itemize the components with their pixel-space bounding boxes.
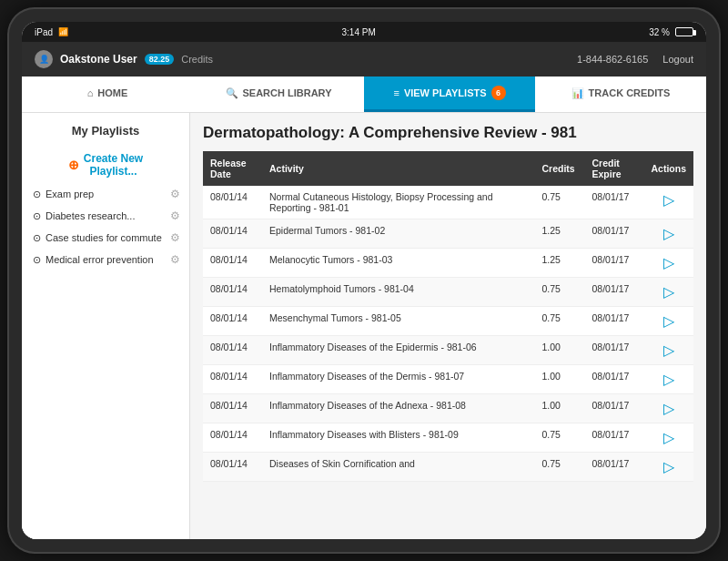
tab-search[interactable]: 🔍 SEARCH LIBRARY (193, 76, 364, 112)
cell-expire: 08/01/17 (584, 423, 643, 453)
credits-label: Credits (181, 54, 213, 65)
cell-date: 08/01/14 (203, 249, 262, 278)
tracks-table: Release Date Activity Credits Credit Exp… (203, 151, 693, 482)
content-area: Dermatopathology: A Comprehensive Review… (190, 113, 706, 539)
cell-activity: Inflammatory Diseases of the Epidermis -… (262, 336, 534, 365)
tab-search-label: SEARCH LIBRARY (243, 87, 332, 98)
col-header-credits: Credits (534, 151, 584, 186)
play-button[interactable]: ▷ (663, 372, 674, 387)
cell-activity: Diseases of Skin Cornification and (262, 453, 534, 482)
cell-expire: 08/01/17 (584, 394, 643, 423)
play-button[interactable]: ▷ (663, 459, 674, 474)
table-row: 08/01/14 Inflammatory Diseases of the Ep… (203, 336, 693, 365)
logout-button[interactable]: Logout (662, 54, 693, 65)
cell-credits: 1.00 (534, 394, 584, 423)
list-item[interactable]: ⊙ Medical error prevention ⚙ (22, 249, 189, 270)
table-row: 08/01/14 Mesenchymal Tumors - 981-05 0.7… (203, 307, 693, 336)
table-row: 08/01/14 Diseases of Skin Cornification … (203, 453, 693, 482)
table-row: 08/01/14 Melanocytic Tumors - 981-03 1.2… (203, 249, 693, 278)
cell-credits: 0.75 (534, 423, 584, 453)
main-content: My Playlists ⊕ Create NewPlaylist... ⊙ E… (22, 113, 706, 539)
tab-playlists-label: VIEW PLAYLISTS (404, 87, 487, 98)
play-button[interactable]: ▷ (663, 284, 674, 300)
search-icon: 🔍 (226, 87, 238, 99)
playlist-icon: ⊙ (33, 210, 41, 222)
create-playlist-label: Create NewPlaylist... (84, 152, 143, 178)
cell-date: 08/01/14 (203, 394, 262, 423)
list-item[interactable]: ⊙ Diabetes research... ⚙ (22, 205, 189, 227)
cell-actions[interactable]: ▷ (643, 365, 693, 394)
tab-home[interactable]: ⌂ HOME (22, 76, 193, 112)
gear-icon[interactable]: ⚙ (170, 253, 180, 266)
device-screen: iPad 📶 3:14 PM 32 % 👤 Oakstone User 82.2… (22, 22, 706, 539)
cell-activity: Normal Cutaneous Histology, Biopsy Proce… (262, 186, 534, 219)
cell-actions[interactable]: ▷ (643, 249, 693, 278)
table-row: 08/01/14 Normal Cutaneous Histology, Bio… (203, 186, 693, 219)
list-item[interactable]: ⊙ Exam prep ⚙ (22, 183, 189, 205)
col-header-actions: Actions (643, 151, 693, 186)
playlist-name: Exam prep (46, 189, 94, 199)
play-button[interactable]: ▷ (663, 226, 674, 241)
table-row: 08/01/14 Inflammatory Diseases of the De… (203, 365, 693, 394)
list-item[interactable]: ⊙ Case studies for commute ⚙ (22, 227, 189, 249)
table-row: 08/01/14 Epidermal Tumors - 981-02 1.25 … (203, 219, 693, 249)
ipad-label: iPad (35, 27, 53, 37)
cell-expire: 08/01/17 (584, 186, 643, 219)
tab-credits-label: TRACK CREDITS (589, 87, 671, 98)
cell-activity: Melanocytic Tumors - 981-03 (262, 249, 534, 278)
play-button[interactable]: ▷ (663, 430, 674, 445)
cell-credits: 1.25 (534, 249, 584, 278)
tab-credits[interactable]: 📊 TRACK CREDITS (535, 76, 706, 112)
cell-credits: 0.75 (534, 307, 584, 336)
cell-activity: Epidermal Tumors - 981-02 (262, 219, 534, 249)
cell-credits: 0.75 (534, 278, 584, 307)
create-playlist-button[interactable]: ⊕ Create NewPlaylist... (22, 147, 189, 183)
play-button[interactable]: ▷ (663, 401, 674, 416)
cell-actions[interactable]: ▷ (643, 219, 693, 249)
cell-actions[interactable]: ▷ (643, 453, 693, 482)
gear-icon[interactable]: ⚙ (170, 231, 180, 244)
cell-expire: 08/01/17 (584, 278, 643, 307)
sidebar: My Playlists ⊕ Create NewPlaylist... ⊙ E… (22, 113, 190, 539)
credits-badge: 82.25 (145, 54, 175, 65)
cell-credits: 0.75 (534, 453, 584, 482)
cell-activity: Inflammatory Diseases with Blisters - 98… (262, 423, 534, 453)
cell-activity: Hematolymphoid Tumors - 981-04 (262, 278, 534, 307)
play-button[interactable]: ▷ (663, 342, 674, 358)
table-row: 08/01/14 Hematolymphoid Tumors - 981-04 … (203, 278, 693, 307)
battery-icon (675, 27, 693, 36)
col-header-activity: Activity (262, 151, 534, 186)
gear-icon[interactable]: ⚙ (170, 209, 180, 222)
cell-actions[interactable]: ▷ (643, 278, 693, 307)
plus-icon: ⊕ (68, 158, 79, 172)
col-header-date: Release Date (203, 151, 262, 186)
cell-expire: 08/01/17 (584, 249, 643, 278)
phone-number: 1-844-862-6165 (577, 54, 648, 65)
cell-credits: 0.75 (534, 186, 584, 219)
cell-actions[interactable]: ▷ (643, 336, 693, 365)
tab-playlists[interactable]: ≡ VIEW PLAYLISTS 6 (364, 76, 535, 112)
user-avatar: 👤 (35, 50, 53, 68)
cell-activity: Inflammatory Diseases of the Dermis - 98… (262, 365, 534, 394)
cell-actions[interactable]: ▷ (643, 423, 693, 453)
cell-date: 08/01/14 (203, 186, 262, 219)
cell-expire: 08/01/17 (584, 453, 643, 482)
playlist-name: Medical error prevention (46, 254, 154, 265)
tab-home-label: HOME (97, 87, 127, 98)
playlists-badge: 6 (491, 86, 506, 100)
gear-icon[interactable]: ⚙ (170, 188, 180, 200)
sidebar-title: My Playlists (22, 124, 189, 138)
cell-actions[interactable]: ▷ (643, 307, 693, 336)
playlist-name: Diabetes research... (46, 210, 135, 221)
cell-actions[interactable]: ▷ (643, 186, 693, 219)
play-button[interactable]: ▷ (663, 313, 674, 329)
cell-activity: Inflammatory Diseases of the Adnexa - 98… (262, 394, 534, 423)
cell-date: 08/01/14 (203, 365, 262, 394)
cell-actions[interactable]: ▷ (643, 394, 693, 423)
cell-credits: 1.00 (534, 336, 584, 365)
playlist-icon: ⊙ (33, 254, 41, 266)
status-bar: iPad 📶 3:14 PM 32 % (22, 22, 706, 42)
app-header: 👤 Oakstone User 82.25 Credits 1-844-862-… (22, 42, 706, 76)
play-button[interactable]: ▷ (663, 192, 674, 208)
play-button[interactable]: ▷ (663, 255, 674, 270)
